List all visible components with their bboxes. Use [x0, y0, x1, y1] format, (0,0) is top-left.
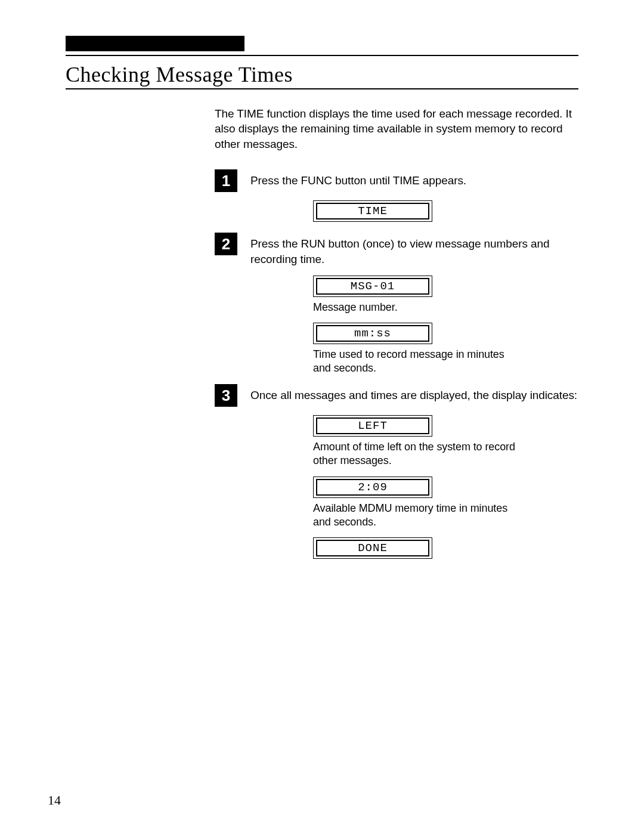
lcd-caption: Amount of time left on the system to rec… — [313, 440, 516, 468]
step-2-text: Press the RUN button (once) to view mess… — [250, 233, 584, 267]
lcd-value: TIME — [316, 203, 429, 219]
manual-page: Checking Message Times The TIME function… — [0, 0, 644, 832]
heading-rule — [66, 88, 578, 89]
lcd-frame: TIME — [313, 200, 432, 222]
lcd-frame: mm:ss — [313, 323, 432, 344]
lcd-value: LEFT — [316, 417, 429, 434]
lcd-block: 2:09 — [313, 477, 584, 498]
lcd-caption: Time used to record message in minutes a… — [313, 348, 516, 376]
lcd-frame: MSG-01 — [313, 276, 432, 297]
lcd-block: mm:ss — [313, 323, 584, 344]
page-number: 14 — [48, 793, 61, 808]
lcd-frame: DONE — [313, 537, 432, 559]
step-3: 3 Once all messages and times are displa… — [215, 384, 584, 407]
lcd-block: MSG-01 — [313, 276, 584, 297]
step-2: 2 Press the RUN button (once) to view me… — [215, 233, 584, 267]
page-heading: Checking Message Times — [66, 62, 590, 87]
lcd-value: mm:ss — [316, 325, 429, 342]
lcd-frame: LEFT — [313, 415, 432, 437]
body-column: The TIME function displays the time used… — [215, 106, 584, 559]
lcd-caption: Available MDMU memory time in minutes an… — [313, 502, 516, 530]
lcd-frame: 2:09 — [313, 477, 432, 498]
lcd-value: 2:09 — [316, 479, 429, 496]
lcd-block: TIME — [313, 200, 584, 222]
lcd-value: MSG-01 — [316, 278, 429, 295]
intro-paragraph: The TIME function displays the time used… — [215, 106, 584, 152]
top-rule — [66, 55, 578, 56]
lcd-block: DONE — [313, 537, 584, 559]
step-3-text: Once all messages and times are displaye… — [250, 384, 584, 403]
step-1-text: Press the FUNC button until TIME appears… — [250, 169, 584, 188]
lcd-caption: Message number. — [313, 301, 516, 314]
step-3-number: 3 — [215, 384, 237, 407]
step-1-number: 1 — [215, 169, 237, 192]
step-2-number: 2 — [215, 233, 237, 255]
lcd-value: DONE — [316, 540, 429, 556]
lcd-block: LEFT — [313, 415, 584, 437]
step-1: 1 Press the FUNC button until TIME appea… — [215, 169, 584, 192]
section-black-bar — [66, 36, 244, 51]
